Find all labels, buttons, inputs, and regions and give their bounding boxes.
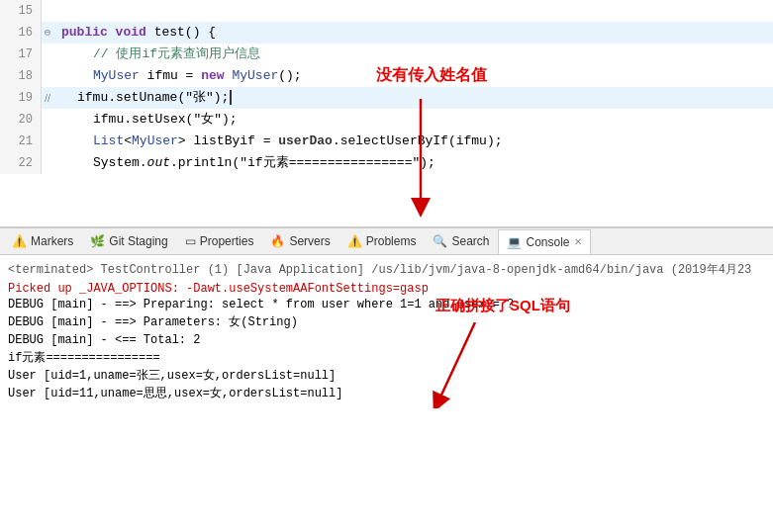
tab-properties[interactable]: ▭ Properties: [177, 228, 263, 254]
git-icon: 🌿: [90, 234, 105, 248]
servers-icon: 🔥: [270, 234, 285, 248]
tab-bar: ⚠️ Markers 🌿 Git Staging ▭ Properties 🔥 …: [0, 227, 773, 255]
annotation-no-name: 没有传入姓名值: [376, 65, 487, 86]
line-ind-19: //: [42, 87, 53, 109]
console-debug-1: DEBUG [main] - ==> Preparing: select * f…: [8, 296, 765, 313]
line-content-17: // 使用if元素查询用户信息: [53, 44, 260, 65]
console-area: <terminated> TestController (1) [Java Ap…: [0, 255, 773, 408]
problems-icon: ⚠️: [347, 234, 362, 248]
tab-search[interactable]: 🔍 Search: [425, 228, 498, 254]
code-line-16: 16 ⊖ public void test() {: [0, 22, 773, 44]
line-num-21: 21: [0, 131, 42, 152]
search-icon: 🔍: [433, 234, 447, 248]
line-ind-16: ⊖: [42, 22, 53, 44]
arrow-correct-sql: [426, 322, 505, 408]
line-content-16: public void test() {: [53, 22, 216, 44]
console-icon: 💻: [507, 235, 522, 249]
console-output-1: if元素================: [8, 349, 765, 367]
code-section: 15 16 ⊖ public void test() { 17 // 使用if元…: [0, 0, 773, 227]
code-line-19: 19 // ifmu.setUname("张");: [0, 87, 773, 109]
code-line-15: 15: [0, 0, 773, 22]
code-editor: 15 16 ⊖ public void test() { 17 // 使用if元…: [0, 0, 773, 227]
line-num-17: 17: [0, 44, 42, 65]
line-num-15: 15: [0, 0, 42, 22]
line-content-22: System.out.println("if元素================…: [53, 152, 435, 174]
console-close-icon[interactable]: ✕: [574, 236, 582, 247]
line-num-16: 16: [0, 22, 42, 44]
console-output-2: User [uid=1,uname=张三,usex=女,ordersList=n…: [8, 367, 765, 385]
tab-console[interactable]: 💻 Console ✕: [498, 229, 590, 255]
code-line-21: 21 List<MyUser> listByif = userDao.selec…: [0, 131, 773, 152]
line-num-22: 22: [0, 152, 42, 174]
console-output-3: User [uid=11,uname=思思,usex=女,ordersList=…: [8, 385, 765, 402]
tab-servers[interactable]: 🔥 Servers: [262, 228, 338, 254]
line-num-20: 20: [0, 109, 42, 131]
line-num-19: 19: [0, 87, 42, 109]
tab-markers[interactable]: ⚠️ Markers: [4, 228, 82, 254]
line-content-18: MyUser ifmu = new MyUser();: [53, 65, 302, 87]
arrow-annotation: [391, 99, 450, 218]
properties-icon: ▭: [185, 234, 196, 248]
code-line-20: 20 ifmu.setUsex("女");: [0, 109, 773, 131]
code-line-22: 22 System.out.println("if元素=============…: [0, 152, 773, 174]
console-java-options: Picked up _JAVA_OPTIONS: -Dawt.useSystem…: [8, 282, 765, 296]
svg-line-1: [437, 322, 475, 403]
line-num-18: 18: [0, 65, 42, 87]
console-debug-3: DEBUG [main] - <== Total: 2: [8, 331, 765, 349]
tab-problems[interactable]: ⚠️ Problems: [339, 228, 426, 254]
line-content-19: ifmu.setUname("张");: [53, 87, 232, 109]
console-debug-2: DEBUG [main] - ==> Parameters: 女(String): [8, 313, 765, 331]
annotation-correct-sql: 正确拼接了SQL语句: [435, 297, 570, 315]
code-line-17: 17 // 使用if元素查询用户信息: [0, 44, 773, 65]
markers-icon: ⚠️: [12, 234, 27, 248]
line-content-20: ifmu.setUsex("女");: [53, 109, 238, 131]
console-header: <terminated> TestController (1) [Java Ap…: [8, 261, 765, 278]
tab-git-staging[interactable]: 🌿 Git Staging: [82, 228, 176, 254]
